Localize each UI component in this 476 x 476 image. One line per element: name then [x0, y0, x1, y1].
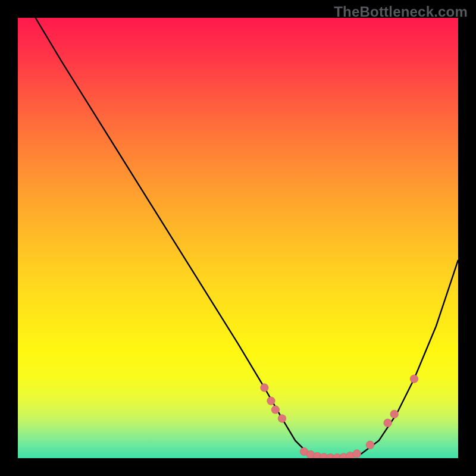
data-marker	[271, 406, 280, 414]
data-marker	[267, 397, 275, 405]
marker-group	[260, 375, 418, 458]
curve-overlay	[18, 18, 458, 458]
data-marker	[384, 419, 392, 427]
data-marker	[260, 384, 268, 392]
data-marker	[278, 414, 286, 422]
chart-container: TheBottleneck.com	[0, 0, 476, 476]
bottleneck-curve	[36, 18, 458, 458]
data-marker	[366, 441, 374, 449]
data-marker	[353, 450, 361, 458]
plot-area	[18, 18, 458, 458]
data-marker	[390, 410, 399, 418]
data-marker	[410, 375, 418, 383]
